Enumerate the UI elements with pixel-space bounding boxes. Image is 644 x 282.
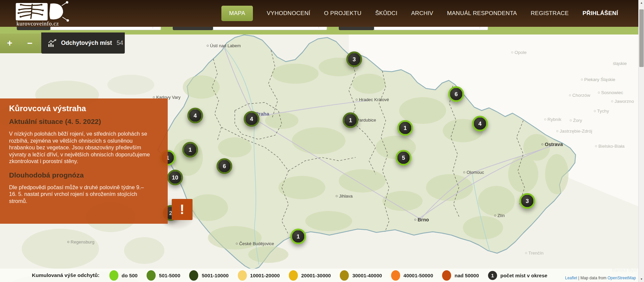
legend-swatch [109,270,118,281]
city-dot [511,51,513,53]
city-dot [594,110,596,112]
district-marker[interactable]: 4 [244,111,260,127]
site-logo[interactable]: kurovcoveinfo.cz [15,1,71,26]
district-marker[interactable]: 5 [396,150,412,166]
legend-bar: Kumulovaná výše odchytů: do 500501-50005… [0,269,644,282]
map-zoom-controls: + − [0,33,41,53]
map-attribution: Leaflet | Map data from OpenStreetMap [565,276,636,280]
nav-item-5[interactable]: MANUÁL RESPONDENTA [447,10,517,17]
nav-item-1[interactable]: VYHODNOCENÍ [267,10,310,17]
header-bar: kurovcoveinfo.cz MAPAVYHODNOCENÍO PROJEK… [0,0,644,27]
city-dot [414,219,416,221]
district-marker[interactable]: 1 [182,142,198,158]
legend-swatch [238,270,247,281]
city-label: Ostrava [541,142,563,147]
alert-paragraph-1: V nízkých polohách běží rojení, ve střed… [9,130,151,165]
legend-label: 501-5000 [159,273,180,278]
city-label: Pardubice [357,118,376,123]
warning-button[interactable]: ! [172,199,193,220]
city-label: Tychy [594,109,609,114]
legend-label: 40001-50000 [404,273,433,278]
city-dot [153,96,155,98]
legend-swatch [442,270,451,281]
legend-item: 10001-20000 [238,270,280,281]
legend-item: 501-5000 [147,270,180,281]
district-marker[interactable]: 10 [167,170,183,186]
legend-label: 5001-10000 [202,273,228,278]
city-dot [236,242,238,244]
city-dot [67,241,69,243]
district-marker[interactable]: 1 [290,229,306,244]
legend-item: 20001-30000 [289,270,331,281]
trap-count-badge: Odchytových míst 54 [41,32,125,54]
city-label: Rybnik [544,117,561,122]
city-dot [541,143,543,145]
legend-item: nad 50000 [442,270,479,281]
city-label: Jastrzębie-Zdrój [556,129,592,134]
legend-item: 5001-10000 [189,270,228,281]
attribution-text: | Map data from [578,276,606,280]
nav-item-2[interactable]: O PROJEKTU [324,10,362,17]
alert-heading-forecast: Dlouhodobá prognóza [9,171,151,179]
city-label: Brno [414,217,429,222]
legend-count-item: 1 počet míst v okrese [488,271,547,280]
city-dot [556,130,558,132]
district-marker[interactable]: 3 [346,52,362,67]
legend-label: nad 50000 [454,273,479,278]
city-label: Chorzów [569,93,590,98]
district-marker[interactable]: 1 [397,120,413,136]
legend-item: 40001-50000 [391,270,433,281]
city-label: Olomouc [463,170,484,175]
nav-item-4[interactable]: ARCHIV [411,10,433,17]
district-marker[interactable]: 1 [343,113,359,128]
zoom-out-button[interactable]: − [20,33,40,53]
district-marker[interactable]: 6 [217,158,232,174]
city-dot [569,94,571,96]
city-label: Hradec Králové [356,97,389,102]
page-scrollbar[interactable]: ▲ ▼ [638,0,644,282]
nav-item-0[interactable]: MAPA [221,6,253,21]
legend-label: 20001-30000 [301,273,331,278]
page: Ústí nad LabemKarlovy VaryPrahaHradec Kr… [0,0,644,282]
city-dot [356,98,358,100]
city-label: Trenčín [525,251,543,256]
city-label: śląskie [613,61,627,66]
osm-link[interactable]: OpenStreetMap [607,276,636,280]
trap-count-value: 54 [117,40,123,47]
chart-icon [48,39,57,47]
trap-count-label: Odchytových míst [61,40,112,47]
district-marker[interactable]: 3 [520,193,535,209]
leaflet-link[interactable]: Leaflet [565,276,577,280]
city-dot [598,91,600,93]
city-label: Sosnowiec [598,90,623,95]
zoom-in-button[interactable]: + [0,33,19,53]
main-nav: MAPAVYHODNOCENÍO PROJEKTUŠKŮDCIARCHIVMAN… [221,0,618,27]
city-label: Opole [511,50,527,55]
district-marker[interactable]: 4 [187,108,203,124]
nav-item-6[interactable]: REGISTRACE [531,10,569,17]
city-label: Zlín [494,213,505,218]
city-dot [463,171,465,173]
city-label: Jaworzno [611,99,634,104]
city-dot [207,45,209,47]
alert-title: Kůrovcová výstraha [9,104,151,113]
legend-label: 10001-20000 [250,273,280,278]
city-label: Bielsko-Biała [595,144,625,149]
count-swatch: 1 [488,271,497,280]
legend-swatch [147,270,156,281]
nav-item-3[interactable]: ŠKŮDCI [375,10,397,17]
nav-item-7[interactable]: PŘIHLÁŠENÍ [583,10,618,17]
legend-swatch [189,270,198,281]
alert-subtitle: Aktuální situace (4. 5. 2022) [9,118,151,126]
scrollbar-up-arrow[interactable]: ▲ [639,0,644,6]
district-marker[interactable]: 4 [472,116,488,132]
scrollbar-down-arrow[interactable]: ▼ [639,276,644,282]
city-dot [336,195,338,197]
legend-label: do 500 [122,273,138,278]
district-marker[interactable]: 6 [448,86,464,102]
city-dot [595,145,597,147]
city-dot [544,118,546,120]
city-dot [570,119,572,121]
scrollbar-thumb[interactable] [639,9,644,67]
legend-item: 30001-40000 [340,270,382,281]
